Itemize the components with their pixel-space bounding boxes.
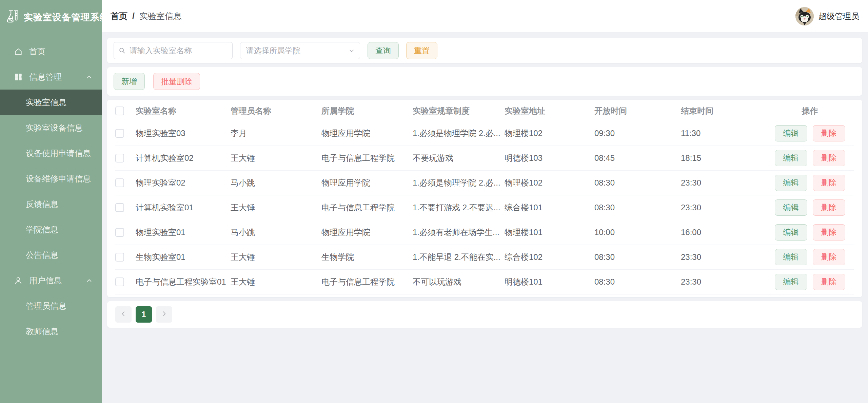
cell-close: 11:30 (681, 121, 766, 146)
table-row: 物理实验室01马小跳物理应用学院1.必须有老师在场学生...物理楼10110:0… (115, 220, 854, 245)
edit-button[interactable]: 编辑 (775, 249, 807, 265)
row-checkbox[interactable] (115, 277, 124, 286)
row-checkbox[interactable] (115, 203, 124, 212)
breadcrumb-home[interactable]: 首页 (111, 11, 127, 22)
sidebar-item-home[interactable]: 首页 (0, 39, 102, 64)
cell-rules: 1.必须是物理学院 2.必... (413, 170, 505, 195)
cell-rules: 1.不能早退 2.不能在实... (413, 245, 505, 269)
edit-button[interactable]: 编辑 (775, 199, 807, 216)
chevron-up-icon (85, 277, 93, 284)
sidebar-item-college-info[interactable]: 学院信息 (0, 217, 102, 242)
breadcrumb: 首页 / 实验室信息 (111, 11, 182, 22)
sidebar-item-label: 首页 (29, 46, 45, 57)
delete-button[interactable]: 删除 (813, 199, 845, 216)
table-row: 生物实验室01王大锤生物学院1.不能早退 2.不能在实...综合楼10208:3… (115, 245, 854, 269)
sidebar-item-label: 管理员信息 (26, 301, 66, 311)
edit-button[interactable]: 编辑 (775, 125, 807, 141)
page-number-1[interactable]: 1 (136, 306, 152, 323)
chevron-right-icon (161, 310, 167, 318)
cell-rules: 1.必须是物理学院 2.必... (413, 121, 505, 146)
column-header: 操作 (766, 101, 854, 121)
query-button[interactable]: 查询 (368, 42, 399, 59)
cell-open: 08:30 (594, 170, 681, 195)
sidebar-item-feedback-info[interactable]: 反馈信息 (0, 191, 102, 217)
sidebar-item-label: 实验室设备信息 (26, 122, 83, 133)
avatar[interactable] (795, 7, 814, 25)
next-page-button[interactable] (156, 306, 172, 323)
delete-button[interactable]: 删除 (813, 249, 845, 265)
app-title: 实验室设备管理系统 (24, 11, 109, 23)
row-checkbox[interactable] (115, 228, 124, 237)
row-checkbox[interactable] (115, 129, 124, 138)
search-input[interactable] (114, 42, 233, 59)
cell-address: 物理楼102 (505, 121, 594, 146)
edit-button[interactable]: 编辑 (775, 175, 807, 191)
cell-name: 计算机实验室02 (136, 146, 231, 170)
sidebar-item-info-management[interactable]: 信息管理 (0, 64, 102, 90)
sidebar-item-label: 设备维修申请信息 (26, 173, 91, 184)
sidebar-item-label: 用户信息 (29, 275, 62, 286)
cell-close: 18:15 (681, 146, 766, 170)
prev-page-button[interactable] (115, 306, 132, 323)
cell-open: 08:30 (594, 269, 681, 294)
sidebar-item-admin-info[interactable]: 管理员信息 (0, 293, 102, 319)
cell-manager: 王大锤 (231, 245, 321, 269)
sidebar-item-label: 公告信息 (26, 250, 58, 261)
cell-rules: 1.必须有老师在场学生... (413, 220, 505, 245)
user-menu[interactable]: 超级管理员 (795, 7, 859, 25)
cell-open: 08:30 (594, 245, 681, 269)
edit-button[interactable]: 编辑 (775, 274, 807, 290)
add-button[interactable]: 新增 (114, 73, 145, 90)
toolbar: 新增 批量删除 (107, 67, 862, 96)
delete-button[interactable]: 删除 (813, 274, 845, 290)
sidebar-item-teacher-info[interactable]: 教师信息 (0, 319, 102, 344)
sidebar-item-label: 设备使用申请信息 (26, 148, 91, 159)
batch-delete-button[interactable]: 批量删除 (153, 73, 200, 90)
cell-manager: 马小跳 (231, 170, 321, 195)
sidebar-item-lab-equipment-info[interactable]: 实验室设备信息 (0, 115, 102, 140)
column-header: 结束时间 (681, 101, 766, 121)
select-all-checkbox[interactable] (115, 107, 124, 115)
column-header: 实验室地址 (505, 101, 594, 121)
grid-icon (14, 72, 23, 82)
cell-open: 09:30 (594, 121, 681, 146)
college-select[interactable]: 请选择所属学院 (240, 42, 360, 59)
cell-close: 23:30 (681, 245, 766, 269)
sidebar-item-equipment-use-apply[interactable]: 设备使用申请信息 (0, 140, 102, 166)
cell-manager: 王大锤 (231, 269, 321, 294)
delete-button[interactable]: 删除 (813, 175, 845, 191)
cell-name: 电子与信息工程实验室01 (136, 269, 231, 294)
cell-address: 物理楼101 (505, 220, 594, 245)
lab-table-card: 实验室名称管理员名称所属学院实验室规章制度实验室地址开放时间结束时间操作 物理实… (107, 100, 862, 297)
delete-button[interactable]: 删除 (813, 150, 845, 166)
pagination: 1 (107, 301, 862, 328)
cell-close: 23:30 (681, 170, 766, 195)
cell-college: 物理应用学院 (321, 170, 413, 195)
cell-open: 08:30 (594, 195, 681, 220)
cell-open: 10:00 (594, 220, 681, 245)
sidebar-item-equipment-repair-apply[interactable]: 设备维修申请信息 (0, 166, 102, 191)
delete-button[interactable]: 删除 (813, 224, 845, 241)
sidebar-item-lab-info[interactable]: 实验室信息 (0, 90, 102, 115)
edit-button[interactable]: 编辑 (775, 150, 807, 166)
table-row: 计算机实验室01王大锤电子与信息工程学院1.不要打游戏 2.不要迟...综合楼1… (115, 195, 854, 220)
sidebar-item-label: 教师信息 (26, 326, 58, 337)
sidebar-item-notice-info[interactable]: 公告信息 (0, 242, 102, 268)
reset-button[interactable]: 重置 (406, 42, 437, 59)
row-checkbox[interactable] (115, 154, 124, 162)
sidebar-item-user-info[interactable]: 用户信息 (0, 268, 102, 293)
row-checkbox[interactable] (115, 253, 124, 262)
cell-manager: 马小跳 (231, 220, 321, 245)
cell-college: 物理应用学院 (321, 220, 413, 245)
filter-bar: 请选择所属学院 查询 重置 (107, 38, 862, 63)
cell-address: 明德楼101 (505, 269, 594, 294)
row-checkbox[interactable] (115, 178, 124, 187)
sidebar-item-label: 学院信息 (26, 224, 58, 235)
edit-button[interactable]: 编辑 (775, 224, 807, 241)
delete-button[interactable]: 删除 (813, 125, 845, 141)
sidebar-item-label: 反馈信息 (26, 199, 58, 210)
cell-close: 23:30 (681, 195, 766, 220)
cell-close: 16:00 (681, 220, 766, 245)
table-row: 物理实验室03李月物理应用学院1.必须是物理学院 2.必...物理楼10209:… (115, 121, 854, 146)
lab-name-search (114, 42, 233, 59)
